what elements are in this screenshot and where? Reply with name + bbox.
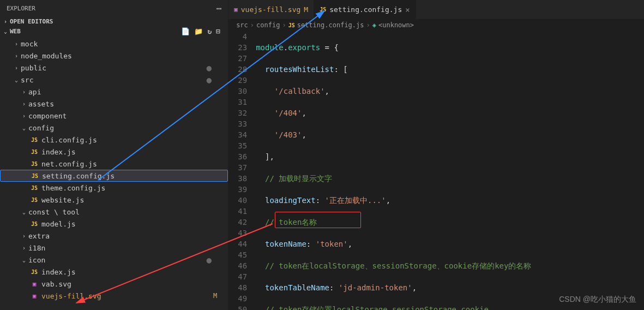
new-file-icon[interactable]: 📄 [181,27,190,35]
js-icon: JS [320,7,326,13]
more-actions-icon[interactable]: ⋯ [216,3,221,14]
folder-component[interactable]: ›component [0,110,228,122]
js-icon: JS [30,173,40,179]
editor-area: ▣ vuejs-fill.svg M JS setting.config.js … [228,0,644,310]
refresh-icon[interactable]: ↻ [207,27,212,35]
chevron-down-icon: ⌄ [13,77,20,83]
git-modified-badge: M [213,292,217,300]
chevron-down-icon: ⌄ [21,257,27,263]
file-icon-index[interactable]: JSindex.js [0,266,228,278]
editor-tabs: ▣ vuejs-fill.svg M JS setting.config.js … [228,0,644,19]
chevron-right-icon: › [21,233,27,239]
open-editors-section[interactable]: › OPEN EDITORS [0,17,228,26]
folder-extra[interactable]: ›extra [0,230,228,242]
folder-const-tool[interactable]: ⌄const \ tool [0,206,228,218]
file-tree: ›mock ›node_modules ›public● ⌄src● ›api … [0,37,228,310]
file-model-js[interactable]: JSmodel.js [0,218,228,230]
tab-vuejs-fill[interactable]: ▣ vuejs-fill.svg M [228,0,314,19]
file-theme-config[interactable]: JStheme.config.js [0,182,228,194]
modified-dot-icon: ● [206,255,212,265]
close-icon[interactable]: × [405,5,410,14]
chevron-right-icon: › [21,245,27,251]
folder-mock[interactable]: ›mock [0,38,228,50]
watermark: CSDN @吃小猫的大鱼 [559,295,636,305]
file-vuejs-fill-svg[interactable]: ▣vuejs-fill.svgM [0,290,228,302]
chevron-right-icon: › [21,89,27,95]
symbol-icon: ◈ [372,21,376,29]
chevron-right-icon: › [21,113,27,119]
js-icon: JS [29,161,39,167]
web-section[interactable]: ⌄ WEB 📄 📁 ↻ ⊟ [0,26,228,37]
file-website-js[interactable]: JSwebsite.js [0,194,228,206]
breadcrumb-symbol[interactable]: <unknown> [378,21,414,29]
file-net-config[interactable]: JSnet.config.js [0,158,228,170]
modified-dot-icon: ● [206,75,212,85]
web-label: WEB [10,28,21,35]
folder-assets[interactable]: ›assets [0,98,228,110]
modified-dot-icon: ● [206,63,212,73]
folder-config[interactable]: ⌄config [0,122,228,134]
breadcrumb[interactable]: src› config› JS setting.config.js› ◈ <un… [228,19,644,31]
chevron-down-icon: ⌄ [21,125,27,131]
js-icon: JS [29,185,39,191]
folder-node-modules[interactable]: ›node_modules [0,50,228,62]
js-icon: JS [288,22,295,28]
tab-label: setting.config.js [329,5,402,14]
js-icon: JS [29,197,39,203]
chevron-right-icon: › [21,101,27,107]
tab-status: M [304,5,308,14]
folder-icon[interactable]: ⌄icon● [0,254,228,266]
explorer-header: EXPLORER ⋯ [0,0,228,17]
line-gutter: 4232728293031323334353637383940414243444… [228,31,256,310]
chevron-right-icon: › [2,19,9,25]
breadcrumb-config[interactable]: config [256,21,280,29]
file-index-js[interactable]: JSindex.js [0,146,228,158]
js-icon: JS [29,137,39,143]
folder-api[interactable]: ›api [0,86,228,98]
collapse-icon[interactable]: ⊟ [216,27,220,35]
svg-icon: ▣ [29,281,39,288]
chevron-right-icon: › [13,65,20,71]
js-icon: JS [29,269,39,275]
chevron-down-icon: ⌄ [2,28,9,34]
chevron-down-icon: ⌄ [21,209,27,215]
new-folder-icon[interactable]: 📁 [194,27,203,35]
breadcrumb-file[interactable]: setting.config.js [297,21,364,29]
folder-i18n[interactable]: ›i18n [0,242,228,254]
breadcrumb-src[interactable]: src [236,21,248,29]
js-icon: JS [29,149,39,155]
code-area[interactable]: 4232728293031323334353637383940414243444… [228,31,644,310]
file-cli-config[interactable]: JScli.config.js [0,134,228,146]
js-icon: JS [29,221,39,227]
folder-public[interactable]: ›public● [0,62,228,74]
explorer-title: EXPLORER [7,5,35,12]
explorer-sidebar: EXPLORER ⋯ › OPEN EDITORS ⌄ WEB 📄 📁 ↻ ⊟ … [0,0,228,310]
file-vab-svg[interactable]: ▣vab.svg [0,278,228,290]
folder-src[interactable]: ⌄src● [0,74,228,86]
web-actions: 📄 📁 ↻ ⊟ [181,27,226,35]
svg-icon: ▣ [234,6,238,13]
code-content[interactable]: module.exports = { routesWhiteList: [ '/… [256,31,644,310]
file-setting-config[interactable]: JSsetting.config.js [0,170,228,182]
tab-label: vuejs-fill.svg [241,5,301,14]
chevron-right-icon: › [13,41,20,47]
chevron-right-icon: › [13,53,20,59]
svg-icon: ▣ [29,293,39,300]
open-editors-label: OPEN EDITORS [10,18,53,25]
tab-setting-config[interactable]: JS setting.config.js × [314,0,416,19]
